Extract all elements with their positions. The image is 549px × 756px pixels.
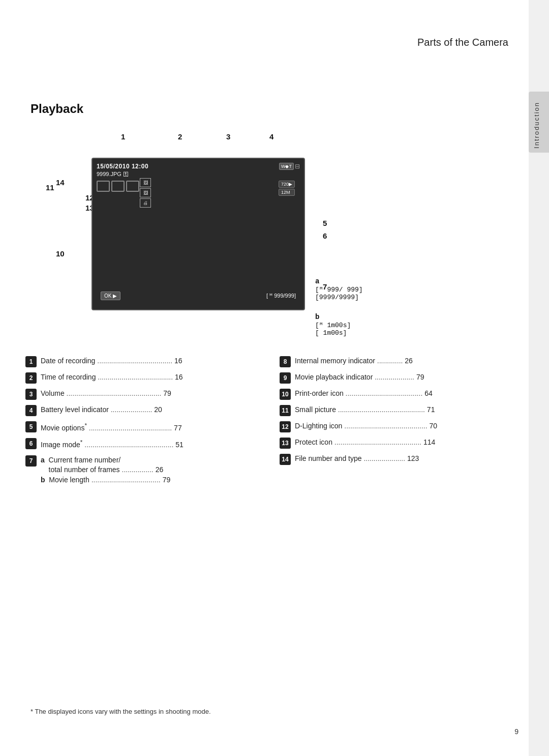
legend-num-13: 13	[280, 438, 291, 449]
small-picture-icons	[97, 181, 139, 192]
diagram-area: 1 2 3 4 5 6 7 9 8 10 11 12 13 14 15/05/2…	[30, 127, 417, 356]
callout-b-text2: [ 1m00s]	[315, 329, 347, 337]
legend-text-8: Internal memory indicator ............. …	[295, 356, 513, 366]
callout-b-box: b [ᴹ 1m00s] [ 1m00s]	[315, 313, 351, 337]
legend-text-3: Volume .................................…	[41, 389, 259, 399]
res-icons: 720▶ 12M	[279, 181, 295, 196]
legend-text-2: Time of recording ......................…	[41, 372, 259, 383]
callout-2: 2	[178, 132, 182, 141]
footnote: * The displayed icons vary with the sett…	[30, 708, 211, 715]
screen-icons: W◆T ⊟	[279, 163, 300, 170]
legend-num-7: 7	[25, 455, 37, 467]
callout-11: 11	[46, 183, 54, 192]
dlight-icon: 🖼	[140, 178, 151, 187]
res-720: 720▶	[279, 181, 295, 188]
screen-middle: 🖼 🖼 🖨 720▶ 12M	[97, 178, 300, 239]
battery-icon: ⊟	[295, 163, 300, 170]
legend-item-5: 5 Movie options* .......................…	[25, 421, 259, 433]
callout-b-label: b	[315, 313, 319, 321]
ok-button-display: OK ▶	[101, 292, 120, 300]
screen-bottom-bar: OK ▶ [ ᴹ 999/999]	[101, 292, 296, 300]
legend-col-left: 1 Date of recording ....................…	[25, 356, 259, 490]
legend-num-5: 5	[25, 421, 37, 432]
callout-14: 14	[56, 178, 65, 187]
section-heading: Playback	[30, 102, 83, 116]
legend-text-1: Date of recording ......................…	[41, 356, 259, 366]
legend-area: 1 Date of recording ....................…	[25, 356, 513, 490]
protect-icon: 🖼	[140, 188, 151, 197]
callout-5: 5	[323, 219, 327, 227]
legend-num-3: 3	[25, 389, 37, 400]
callout-a-text1: [ᴹ 999/ 999]	[315, 286, 363, 294]
legend-item-2: 2 Time of recording ....................…	[25, 372, 259, 384]
legend-text-5: Movie options* .........................…	[41, 421, 259, 433]
res-12m: 12M	[279, 189, 295, 196]
legend-num-10: 10	[280, 389, 291, 400]
legend-text-7: a Current frame number/ total number of …	[41, 455, 259, 485]
sq-icon-2	[111, 181, 125, 192]
callout-6: 6	[323, 231, 327, 240]
screen-date: 15/05/2010 12:00	[97, 163, 148, 170]
legend-num-6: 6	[25, 438, 37, 449]
legend-num-9: 9	[280, 372, 291, 384]
legend-text-13: Protect icon ...........................…	[295, 438, 513, 448]
legend-num-4: 4	[25, 405, 37, 416]
callout-a-label: a	[315, 277, 319, 285]
legend-text-10: Print-order icon .......................…	[295, 389, 513, 399]
legend-text-4: Battery level indicator ................…	[41, 405, 259, 415]
page-number: 9	[514, 728, 518, 736]
legend-item-14: 14 File number and type ................…	[280, 454, 513, 465]
order-icon: 🖨	[140, 198, 151, 208]
legend-item-8: 8 Internal memory indicator ............…	[280, 356, 513, 367]
legend-item-10: 10 Print-order icon ....................…	[280, 389, 513, 400]
callout-1: 1	[121, 132, 125, 141]
screen-filename: 9999.JPG ⚿	[97, 171, 300, 177]
legend-item-6: 6 Image mode* ..........................…	[25, 438, 259, 450]
legend-num-2: 2	[25, 372, 37, 384]
screen-row1: 15/05/2010 12:00 W◆T ⊟	[97, 163, 300, 170]
callout-a-box: a [ᴹ 999/ 999] [9999/9999]	[315, 277, 363, 301]
callout-a-text2: [9999/9999]	[315, 294, 359, 301]
legend-num-11: 11	[280, 405, 291, 416]
legend-item-9: 9 Movie playback indicator .............…	[280, 372, 513, 384]
camera-screen: 15/05/2010 12:00 W◆T ⊟ 9999.JPG ⚿	[92, 158, 305, 310]
sidebar-label: Introduction	[533, 102, 545, 149]
legend-num-8: 8	[280, 356, 291, 367]
icon-row-1	[97, 181, 139, 192]
sq-icon-3	[126, 181, 139, 192]
callout-10: 10	[56, 249, 65, 258]
legend-item-1: 1 Date of recording ....................…	[25, 356, 259, 367]
legend-columns: 1 Date of recording ....................…	[25, 356, 513, 490]
legend-text-14: File number and type ...................…	[295, 454, 513, 464]
callout-4: 4	[269, 132, 273, 141]
sq-icon-1	[97, 181, 110, 192]
legend-col-right: 8 Internal memory indicator ............…	[280, 356, 513, 490]
screen-content: 15/05/2010 12:00 W◆T ⊟ 9999.JPG ⚿	[97, 163, 300, 305]
legend-text-9: Movie playback indicator ...............…	[295, 372, 513, 383]
wb-icon: W◆T	[279, 163, 294, 170]
callout-3: 3	[226, 132, 230, 141]
legend-7a: a Current frame number/ total number of …	[41, 455, 259, 475]
legend-text-12: D-Lighting icon ........................…	[295, 421, 513, 431]
page-title: Parts of the Camera	[417, 37, 508, 48]
legend-7b: b Movie length .........................…	[41, 475, 259, 485]
legend-item-4: 4 Battery level indicator ..............…	[25, 405, 259, 416]
stack-icons: 🖼 🖼 🖨	[140, 178, 151, 208]
frame-counter: [ ᴹ 999/999]	[266, 293, 296, 299]
legend-num-1: 1	[25, 356, 37, 367]
legend-item-12: 12 D-Lighting icon .....................…	[280, 421, 513, 432]
legend-text-6: Image mode* ............................…	[41, 438, 259, 450]
legend-item-13: 13 Protect icon ........................…	[280, 438, 513, 449]
legend-item-7: 7 a Current frame number/ total number o…	[25, 455, 259, 485]
callout-b-text1: [ᴹ 1m00s]	[315, 322, 351, 329]
legend-text-11: Small picture ..........................…	[295, 405, 513, 415]
legend-num-14: 14	[280, 454, 291, 465]
legend-item-11: 11 Small picture .......................…	[280, 405, 513, 416]
legend-num-12: 12	[280, 421, 291, 432]
legend-item-3: 3 Volume ...............................…	[25, 389, 259, 400]
